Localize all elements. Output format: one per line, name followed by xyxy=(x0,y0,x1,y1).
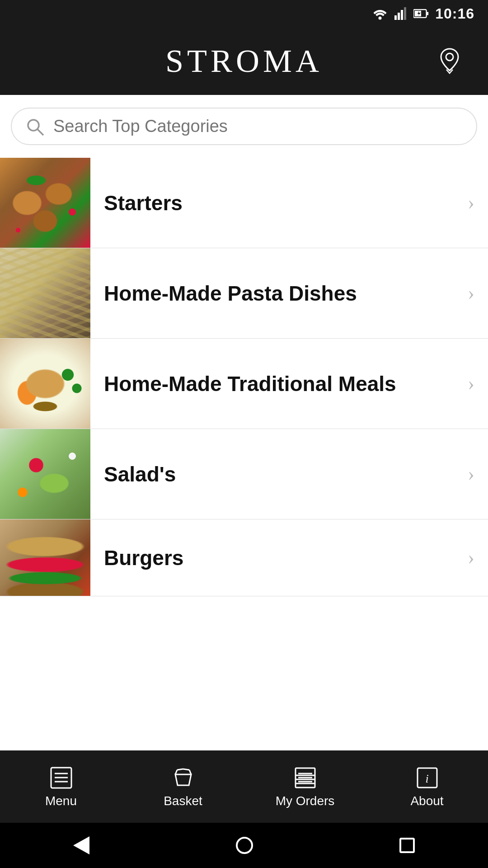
wifi-icon xyxy=(372,7,388,20)
category-label-burgers: Burgers xyxy=(90,546,468,570)
nav-item-menu[interactable]: Menu xyxy=(0,750,122,823)
category-thumb-burgers xyxy=(0,519,90,596)
category-label-starters: Starters xyxy=(90,191,468,215)
nav-item-basket[interactable]: Basket xyxy=(122,750,244,823)
svg-rect-4 xyxy=(404,7,406,20)
status-bar: 10:16 xyxy=(0,0,488,27)
category-thumb-traditional xyxy=(0,339,90,429)
nav-label-basket: Basket xyxy=(164,794,202,808)
recent-icon xyxy=(399,838,415,853)
app-header: STROMA xyxy=(0,27,488,95)
category-thumb-salads xyxy=(0,429,90,519)
app-title: STROMA xyxy=(165,42,323,80)
svg-rect-6 xyxy=(427,12,428,15)
home-icon xyxy=(236,837,253,854)
chevron-right-icon: › xyxy=(468,191,474,214)
svg-line-16 xyxy=(177,769,183,770)
android-back-button[interactable] xyxy=(73,836,89,854)
category-label-traditional: Home-Made Traditional Meals xyxy=(90,372,468,396)
battery-icon xyxy=(413,7,429,20)
svg-rect-3 xyxy=(401,10,403,20)
about-icon: i xyxy=(415,765,440,790)
category-item-pasta[interactable]: Home-Made Pasta Dishes › xyxy=(0,248,488,339)
basket-icon xyxy=(171,765,196,790)
search-input[interactable] xyxy=(53,117,463,136)
location-button[interactable] xyxy=(434,44,465,78)
svg-rect-1 xyxy=(394,15,397,20)
category-item-traditional[interactable]: Home-Made Traditional Meals › xyxy=(0,339,488,429)
status-icons: 10:16 xyxy=(372,5,474,22)
category-list: Starters › Home-Made Pasta Dishes › Home… xyxy=(0,158,488,596)
chevron-right-icon: › xyxy=(468,546,474,569)
menu-icon xyxy=(49,765,74,790)
category-item-salads[interactable]: Salad's › xyxy=(0,429,488,519)
status-time: 10:16 xyxy=(435,5,474,22)
svg-line-11 xyxy=(38,129,43,135)
category-label-salads: Salad's xyxy=(90,462,468,486)
category-item-burgers[interactable]: Burgers › xyxy=(0,519,488,596)
search-icon xyxy=(25,117,44,136)
svg-point-0 xyxy=(379,17,382,20)
android-nav-bar xyxy=(0,823,488,868)
chevron-right-icon: › xyxy=(468,372,474,395)
nav-label-my-orders: My Orders xyxy=(276,794,335,808)
nav-label-about: About xyxy=(410,794,443,808)
chevron-right-icon: › xyxy=(468,462,474,486)
svg-point-9 xyxy=(446,53,453,61)
chevron-right-icon: › xyxy=(468,282,474,305)
svg-point-10 xyxy=(28,120,39,131)
category-thumb-pasta xyxy=(0,248,90,338)
signal-icon xyxy=(394,7,407,20)
my-orders-icon xyxy=(293,765,318,790)
android-home-button[interactable] xyxy=(236,837,253,854)
back-icon xyxy=(73,836,89,854)
category-label-pasta: Home-Made Pasta Dishes xyxy=(90,281,468,306)
svg-text:i: i xyxy=(425,772,428,785)
category-item-starters[interactable]: Starters › xyxy=(0,158,488,248)
android-recent-button[interactable] xyxy=(399,838,415,853)
bottom-nav: Menu Basket My Orders i About xyxy=(0,750,488,823)
category-thumb-starters xyxy=(0,158,90,248)
search-container xyxy=(0,95,488,158)
svg-line-17 xyxy=(183,769,189,770)
svg-rect-2 xyxy=(398,13,400,20)
nav-item-about[interactable]: i About xyxy=(366,750,488,823)
search-bar[interactable] xyxy=(11,108,477,145)
nav-label-menu: Menu xyxy=(45,794,77,808)
nav-item-my-orders[interactable]: My Orders xyxy=(244,750,366,823)
